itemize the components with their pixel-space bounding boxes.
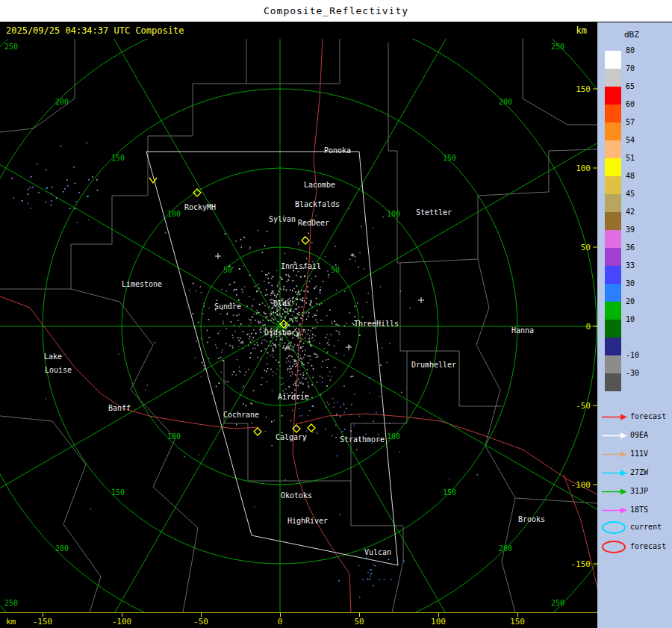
colorbar-swatch <box>605 355 621 373</box>
colorbar-value: 10 <box>626 315 635 323</box>
range-label: 200 <box>499 98 512 106</box>
window-content: 2025/09/25 04:34:37 UTC Composite km 250… <box>0 22 672 628</box>
range-label: 250 <box>4 599 18 607</box>
point-marker-icon: * <box>350 252 355 261</box>
city-label: Okotoks <box>281 491 312 500</box>
range-grid <box>0 39 597 612</box>
city-label: Blackfalds <box>295 200 340 208</box>
city-label: Louise <box>45 366 72 374</box>
track-legend-label: forecast <box>630 412 666 420</box>
range-label: 200 <box>55 544 69 553</box>
county-boundary <box>476 259 515 612</box>
range-label: 250 <box>551 43 564 51</box>
city-label: Sylvan <box>269 215 296 223</box>
point-marker-icon <box>215 253 221 259</box>
right-axis-label: 100 <box>576 164 591 173</box>
city-label: Banff <box>108 404 131 412</box>
legend-sidebar: dBZ 80706560575451484542393633302010-10-… <box>597 22 672 628</box>
colorbar-value: 48 <box>626 172 635 180</box>
colorbar-swatch <box>605 320 621 338</box>
status-bar: 2025/09/25 04:34:37 UTC Composite km <box>0 22 597 39</box>
colorbar-swatch <box>605 87 621 105</box>
city-label: Vulcan <box>364 548 391 556</box>
track-legend-label: 09EA <box>630 431 648 439</box>
colorbar-value: 20 <box>626 297 635 305</box>
city-label: Cochrane <box>223 411 259 419</box>
right-axis-label: -100 <box>571 480 591 490</box>
range-label: 150 <box>111 154 125 162</box>
track-legend-label: 31JP <box>630 487 648 495</box>
county-boundary <box>523 39 597 125</box>
colorbar-value: 30 <box>626 279 635 287</box>
ellipse-legend-label: forecast <box>630 542 666 550</box>
city-label: RedDeer <box>298 219 329 227</box>
range-label: 150 <box>443 154 456 162</box>
colorbar-swatch <box>605 69 621 87</box>
colorbar-swatch <box>605 302 621 320</box>
city-label: Olds <box>273 299 291 308</box>
range-label: 100 <box>387 210 400 218</box>
range-label: 150 <box>111 488 125 497</box>
bottom-axis-label: 50 <box>354 617 364 627</box>
right-axis-label: 50 <box>581 243 591 252</box>
map-layers: 2502001501005050100150200250100150200250… <box>0 39 597 612</box>
county-boundary <box>400 149 597 263</box>
bottom-axis: km -150-100-50050100150 <box>0 612 597 628</box>
bottom-axis-label: -100 <box>112 617 132 627</box>
colorbar-value: 80 <box>626 46 635 55</box>
range-label: 250 <box>551 599 564 607</box>
track-legend-label: 27ZW <box>630 468 648 476</box>
county-boundary <box>71 39 246 289</box>
colorbar-value: -30 <box>626 369 639 377</box>
colorbar-value: 70 <box>626 64 635 72</box>
colorbar-swatch <box>605 194 621 212</box>
range-label: 50 <box>331 266 340 274</box>
right-axis-label: 150 <box>576 84 591 94</box>
track-arrow-icon <box>602 450 627 458</box>
colorbar-swatch <box>605 212 621 230</box>
bottom-axis-label: 150 <box>510 617 525 627</box>
city-label: HighRiver <box>287 517 328 525</box>
right-axis-label: -50 <box>576 401 591 411</box>
bottom-axis-label: 0 <box>278 617 283 627</box>
range-label: 100 <box>387 432 400 441</box>
highway <box>293 39 351 612</box>
city-label: Strathmore <box>340 435 385 444</box>
range-label: 200 <box>499 544 512 553</box>
range-label: 250 <box>4 43 18 51</box>
city-label: Limestone <box>122 280 162 288</box>
city-label: Stettler <box>416 208 452 217</box>
county-boundary <box>246 39 340 84</box>
colorbar-swatch <box>605 338 621 355</box>
colorbar-swatch <box>605 248 621 266</box>
range-label: 100 <box>167 432 181 441</box>
city-label: RockyMH <box>184 203 216 211</box>
colorbar-value: 51 <box>626 154 635 162</box>
city-label: Lacombe <box>304 181 335 189</box>
ellipse-legend-icon <box>602 521 626 534</box>
colorbar-swatch <box>605 284 621 302</box>
highway <box>296 414 597 494</box>
city-label: Hanna <box>511 326 534 335</box>
range-label: 100 <box>167 210 181 218</box>
city-label: Sundre <box>214 302 241 311</box>
storm-marker-icon <box>149 178 157 183</box>
track-arrow-icon <box>602 413 627 421</box>
city-label: Drumheller <box>411 361 456 369</box>
timestamp: 2025/09/25 04:34:37 UTC Composite <box>6 25 184 36</box>
km-unit-label-top: km <box>576 25 587 36</box>
storm-marker-icon <box>302 237 309 244</box>
point-marker-icon <box>346 344 352 350</box>
city-label: ThreeHills <box>354 320 399 328</box>
right-axis-label: 0 <box>585 322 591 332</box>
colorbar-value: 39 <box>626 226 635 234</box>
bottom-axis-label: 100 <box>431 617 446 627</box>
colorbar-value: 65 <box>626 82 635 90</box>
colorbar-value: 57 <box>626 118 635 126</box>
title-bar: Composite_Reflectivity <box>0 0 672 22</box>
city-label: Lake <box>44 352 62 361</box>
window-title: Composite_Reflectivity <box>264 5 408 16</box>
bottom-axis-label: -50 <box>193 617 208 627</box>
city-label: Brooks <box>518 515 545 523</box>
colorbar-swatch <box>605 230 621 248</box>
